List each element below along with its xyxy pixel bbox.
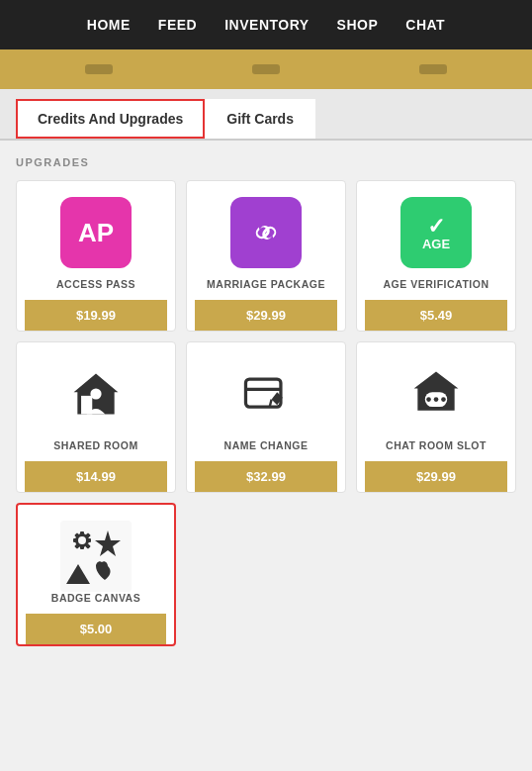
- shared-room-price[interactable]: $14.99: [25, 461, 167, 492]
- tab-gift-cards[interactable]: Gift Cards: [205, 99, 315, 139]
- marriage-package-price[interactable]: $29.99: [195, 300, 337, 331]
- upgrade-card-name-change: NAME CHANGE $32.99: [186, 341, 346, 493]
- top-bar-btn-2[interactable]: [252, 64, 280, 74]
- badge-canvas-name: BADGE CANVAS: [51, 592, 140, 604]
- upgrade-card-age-verification: ✓ AGE AGE VERIFICATION $5.49: [356, 180, 516, 332]
- nav-inventory[interactable]: INVENTORY: [224, 17, 309, 33]
- upgrades-section-label: UPGRADES: [16, 156, 516, 168]
- shared-room-svg: [68, 366, 124, 422]
- upgrades-grid: AP ACCESS PASS $19.99 MARRIAGE PACKAGE $…: [16, 180, 516, 646]
- svg-point-10: [441, 397, 446, 402]
- tab-credits-upgrades[interactable]: Credits And Upgrades: [16, 99, 205, 139]
- svg-point-9: [434, 397, 439, 402]
- chain-link-svg: [246, 213, 286, 252]
- svg-rect-16: [87, 538, 91, 542]
- access-pass-icon: AP: [60, 197, 132, 268]
- badge-canvas-svg: [62, 523, 130, 590]
- badge-canvas-price[interactable]: $5.00: [26, 614, 166, 644]
- nav-shop[interactable]: SHOP: [337, 17, 379, 33]
- age-verification-price[interactable]: $5.49: [365, 300, 507, 331]
- top-bar-btn-3[interactable]: [419, 64, 447, 74]
- nav-chat[interactable]: CHAT: [405, 17, 445, 33]
- age-verification-icon: ✓ AGE: [400, 197, 472, 268]
- name-change-price[interactable]: $32.99: [195, 461, 337, 492]
- nav-home[interactable]: HOME: [87, 17, 131, 33]
- chat-room-svg: [408, 366, 464, 422]
- access-pass-price[interactable]: $19.99: [25, 300, 167, 331]
- top-bar-btn-1[interactable]: [85, 64, 113, 74]
- nav-feed[interactable]: FEED: [158, 17, 197, 33]
- chat-room-slot-price[interactable]: $29.99: [365, 461, 507, 492]
- upgrade-card-shared-room: SHARED ROOM $14.99: [16, 341, 176, 493]
- upgrade-card-access-pass: AP ACCESS PASS $19.99: [16, 180, 176, 332]
- top-bar: [0, 49, 532, 89]
- svg-rect-13: [80, 531, 84, 535]
- age-verification-name: AGE VERIFICATION: [384, 278, 489, 290]
- svg-point-12: [78, 536, 86, 544]
- svg-point-2: [90, 388, 101, 399]
- marriage-package-icon: [230, 197, 302, 268]
- name-change-icon: [230, 358, 302, 430]
- shared-room-name: SHARED ROOM: [53, 439, 137, 451]
- heart-icon: [96, 561, 111, 580]
- checkmark-symbol: ✓: [427, 216, 445, 238]
- age-text: AGE: [422, 238, 450, 250]
- name-change-svg: [238, 366, 294, 422]
- badge-canvas-icon: [60, 521, 132, 592]
- star-icon: [95, 530, 121, 556]
- svg-rect-14: [80, 545, 84, 549]
- upgrade-card-marriage-package: MARRIAGE PACKAGE $29.99: [186, 180, 346, 332]
- triangle-icon: [66, 564, 90, 584]
- upgrade-card-chat-room-slot: CHAT ROOM SLOT $29.99: [356, 341, 516, 493]
- main-nav: HOME FEED INVENTORY SHOP CHAT: [0, 0, 532, 49]
- name-change-name: NAME CHANGE: [224, 439, 309, 451]
- svg-point-8: [426, 397, 431, 402]
- chat-room-slot-icon: [400, 358, 472, 430]
- tabs-bar: Credits And Upgrades Gift Cards: [0, 89, 532, 141]
- marriage-package-name: MARRIAGE PACKAGE: [207, 278, 325, 290]
- shared-room-icon: [60, 358, 132, 430]
- main-content: UPGRADES AP ACCESS PASS $19.99 MARRIAGE …: [0, 141, 532, 662]
- access-pass-name: ACCESS PASS: [56, 278, 135, 290]
- upgrade-card-badge-canvas: BADGE CANVAS $5.00: [16, 503, 176, 646]
- svg-rect-15: [73, 538, 77, 542]
- chat-room-slot-name: CHAT ROOM SLOT: [386, 439, 487, 451]
